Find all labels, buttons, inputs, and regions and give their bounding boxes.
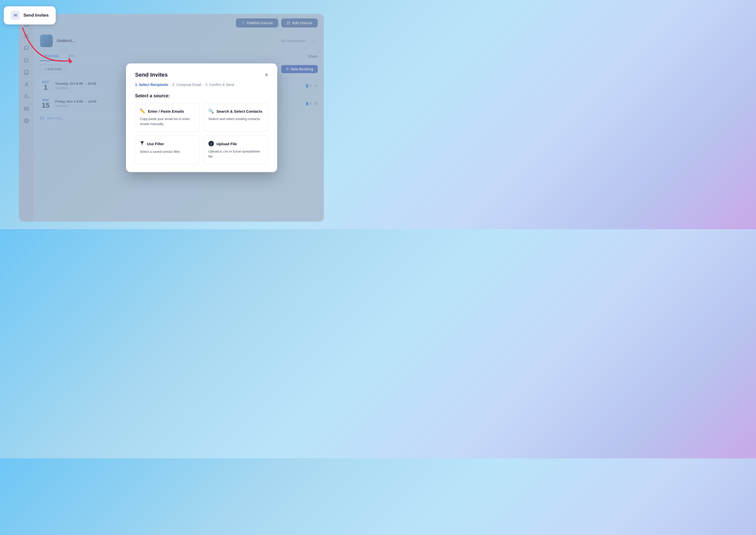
step-chevron-1: › — [170, 83, 171, 87]
pencil-icon: ✏️ — [140, 108, 146, 114]
envelope-icon: ✉ — [11, 11, 20, 20]
paste-emails-title: Enter / Paste Emails — [148, 109, 184, 113]
search-contacts-title: Search & Select Contacts — [216, 109, 262, 113]
steps-row: 1. Select Recipients › 2. Compose Email … — [135, 83, 268, 87]
upload-file-title: Upload File — [216, 141, 237, 146]
filter-icon — [140, 141, 145, 147]
svg-marker-17 — [140, 141, 144, 145]
search-icon: 🔍 — [208, 108, 214, 114]
upload-icon: ↑ — [208, 141, 214, 147]
option-use-filter[interactable]: Use Filter Select a saved contact filter… — [135, 136, 200, 164]
modal-title: Send Invites — [135, 71, 168, 78]
search-contacts-desc: Search and select existing contacts. — [208, 117, 263, 122]
tooltip-label: Send Invites — [23, 13, 49, 18]
step-1[interactable]: 1. Select Recipients — [135, 83, 168, 87]
option-search-contacts[interactable]: 🔍 Search & Select Contacts Search and se… — [203, 103, 268, 131]
paste-emails-desc: Copy-paste your email list or enter emai… — [140, 117, 195, 126]
modal-close-button[interactable]: × — [265, 72, 268, 78]
modal-header: Send Invites × — [135, 71, 268, 78]
option-paste-emails[interactable]: ✏️ Enter / Paste Emails Copy-paste your … — [135, 103, 200, 131]
use-filter-title: Use Filter — [147, 142, 164, 146]
send-invites-modal: Send Invites × 1. Select Recipients › 2.… — [126, 64, 277, 172]
upload-file-desc: Upload a .csv or Excel spreadsheet file. — [208, 149, 263, 159]
option-upload-file[interactable]: ↑ Upload File Upload a .csv or Excel spr… — [203, 136, 268, 164]
step-chevron-2: › — [202, 83, 203, 87]
app-container: Publish Course Edit Course Underst... Un… — [19, 14, 324, 222]
use-filter-desc: Select a saved contact filter. — [140, 149, 195, 154]
send-invites-tooltip: ✉ Send Invites — [4, 6, 56, 24]
step-2[interactable]: 2. Compose Email — [172, 83, 201, 87]
source-options-grid: ✏️ Enter / Paste Emails Copy-paste your … — [135, 103, 268, 164]
source-heading: Select a source: — [135, 93, 268, 99]
step-3[interactable]: 3. Confirm & Send — [205, 83, 234, 87]
